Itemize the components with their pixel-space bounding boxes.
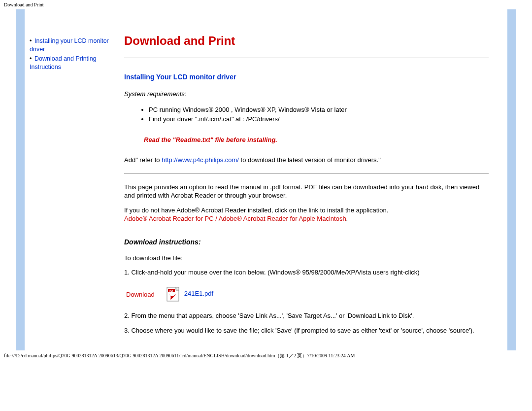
acrobat-paragraph: If you do not have Adobe® Acrobat Reader… (124, 206, 489, 223)
download-row: Download PDF 241E1.pdf (124, 287, 489, 302)
main-content: Download and Print Installing Your LCD m… (119, 9, 507, 350)
pdf-intro-text: This page provides an option to read the… (124, 183, 489, 200)
text: If you do not have Adobe® Acrobat Reader… (124, 206, 388, 214)
section-installing-driver: Installing Your LCD monitor driver (124, 73, 489, 81)
acrobat-pc-link[interactable]: Adobe® Acrobat Reader for PC (124, 215, 214, 222)
text: Add" refer to (124, 156, 162, 164)
list-item: Find your driver ".inf/.icm/.cat" at : /… (149, 115, 489, 124)
sidebar-item-label: Download and Printing Instructions (30, 55, 97, 70)
download-file-link[interactable]: 241E1.pdf (184, 290, 213, 297)
pdf-icon[interactable]: PDF (166, 287, 180, 302)
download-file-group: PDF 241E1.pdf (166, 287, 213, 302)
svg-text:PDF: PDF (169, 289, 174, 292)
add-refer-paragraph: Add" refer to http://www.p4c.philips.com… (124, 156, 489, 165)
bullet-icon: • (30, 55, 34, 63)
list-item: PC running Windows® 2000 , Windows® XP, … (149, 105, 489, 114)
download-step-2: 2. From the menu that appears, choose 'S… (124, 311, 489, 320)
text: / (214, 215, 219, 222)
text: . (346, 215, 348, 222)
right-stripe (507, 9, 516, 350)
sidebar-item-label: Installing your LCD monitor driver (30, 37, 109, 53)
sidebar-item-download-instructions[interactable]: •Download and Printing Instructions (30, 55, 114, 71)
footer-path: file:///D|/cd manual/philips/Q70G 900281… (0, 350, 532, 361)
download-intro: To download the file: (124, 254, 489, 263)
left-stripe (16, 9, 25, 350)
divider (124, 58, 489, 58)
header-path: Download and Print (0, 0, 532, 9)
page-title: Download and Print (124, 34, 489, 48)
section-download-instructions: Download instructions: (124, 238, 489, 246)
download-step-1: 1. Click-and-hold your mouse over the ic… (124, 268, 489, 277)
download-step-3: 3. Choose where you would like to save t… (124, 326, 489, 335)
acrobat-mac-link[interactable]: Adobe® Acrobat Reader for Apple Macintos… (219, 215, 346, 222)
download-label: Download (126, 291, 155, 298)
system-requirements-list: PC running Windows® 2000 , Windows® XP, … (124, 105, 489, 124)
page-wrap: •Installing your LCD monitor driver •Dow… (16, 9, 516, 350)
philips-link[interactable]: http://www.p4c.philips.com/ (162, 156, 239, 164)
divider (124, 173, 489, 174)
sidebar-item-install-driver[interactable]: •Installing your LCD monitor driver (30, 37, 114, 54)
readme-warning: Read the "Readme.txt" file before instal… (124, 136, 489, 144)
sidebar: •Installing your LCD monitor driver •Dow… (25, 9, 119, 350)
system-requirements-label: System requirements: (124, 90, 489, 99)
text: to download the latest version of monito… (239, 156, 381, 164)
bullet-icon: • (30, 37, 34, 45)
